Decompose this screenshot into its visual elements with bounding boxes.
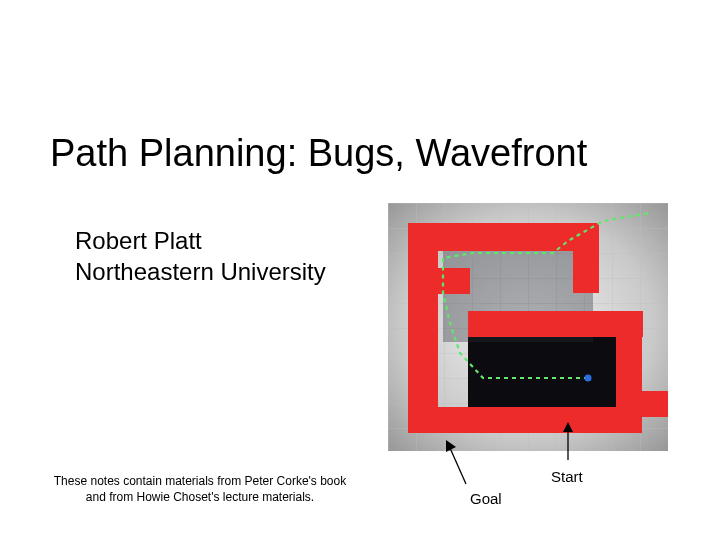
- slide-title: Path Planning: Bugs, Wavefront: [50, 132, 587, 175]
- start-marker: [585, 375, 592, 382]
- svg-rect-3: [468, 333, 623, 413]
- path-planning-diagram: [388, 203, 668, 451]
- goal-label: Goal: [470, 490, 502, 507]
- author-name: Robert Platt: [75, 225, 326, 256]
- svg-rect-5: [408, 223, 438, 433]
- author-affiliation: Northeastern University: [75, 256, 326, 287]
- svg-rect-11: [438, 407, 642, 433]
- start-arrow-icon: [548, 422, 588, 462]
- start-label: Start: [551, 468, 583, 485]
- svg-rect-6: [408, 223, 598, 251]
- svg-rect-12: [642, 391, 668, 417]
- footer-line-1: These notes contain materials from Peter…: [54, 474, 346, 488]
- svg-line-15: [450, 448, 466, 484]
- svg-rect-8: [438, 268, 470, 294]
- author-block: Robert Platt Northeastern University: [75, 225, 326, 287]
- footer-attribution: These notes contain materials from Peter…: [35, 474, 365, 505]
- svg-marker-14: [563, 422, 573, 432]
- maze-svg: [388, 203, 668, 451]
- footer-line-2: and from Howie Choset's lecture material…: [86, 490, 314, 504]
- svg-rect-7: [573, 223, 599, 293]
- goal-arrow-icon: [440, 438, 480, 488]
